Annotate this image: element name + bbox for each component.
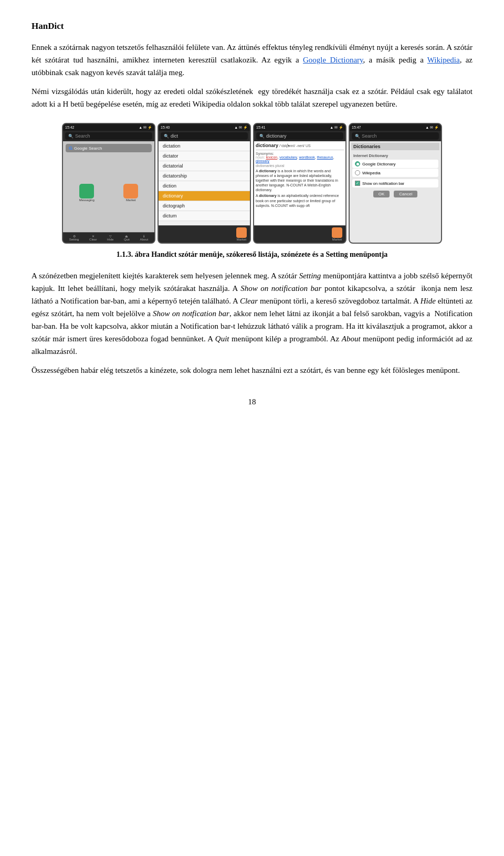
screen4-label-wikipedia: Wikipedia bbox=[362, 171, 381, 175]
screen1-search-icon: 🔍 bbox=[68, 134, 74, 139]
screen3-syn-glossary: glossary bbox=[256, 159, 269, 163]
screen2-item-dictatorial: dictatorial bbox=[159, 161, 250, 171]
screen3-market-icon: Market bbox=[332, 227, 342, 241]
screen1-icons: ▲ ✉ ⚡ bbox=[139, 126, 152, 130]
screen4-radio-wikipedia bbox=[355, 170, 360, 175]
screen4-label-notification: Show on notification bar bbox=[362, 181, 404, 186]
screen2-time: 15:40 bbox=[161, 126, 170, 129]
screen4-search-placeholder: Search bbox=[362, 133, 377, 139]
screen4-status-bar: 15:47 ▲ ✉ ⚡ bbox=[350, 124, 441, 131]
screen4-time: 15:47 bbox=[352, 126, 361, 129]
screen3-plural: dictionaries plural bbox=[256, 164, 344, 168]
screen1-content: G Google Search Messaging Market bbox=[63, 141, 154, 232]
screen3-syn-vocabulary: vocabulary bbox=[279, 155, 297, 159]
screen4-ok-button: OK bbox=[373, 191, 390, 197]
screen4-checkbox-notification: ✓ bbox=[355, 181, 360, 186]
screen3-time: 15:41 bbox=[256, 126, 266, 129]
screen4-search-bar: 🔍 Search bbox=[352, 132, 439, 140]
screen2-item-dictum: dictum bbox=[159, 211, 250, 221]
screen2-status-bar: 15:40 ▲ ✉ ⚡ bbox=[159, 124, 250, 131]
screen4-buttons: OK Cancel bbox=[351, 191, 439, 197]
screen1-btn-about: ℹAbout bbox=[140, 234, 148, 241]
paragraph-4: Összességében habár elég tetszetős a kin… bbox=[32, 364, 472, 377]
screen4-notification-option: ✓ Show on notification bar bbox=[352, 179, 438, 187]
screen1-btn-clear: ✕Clear bbox=[89, 234, 97, 241]
figure-container: 15:42 ▲ ✉ ⚡ 🔍 Search G Google Search Mes… bbox=[32, 123, 472, 244]
screen1-btn-hide: ▽Hide bbox=[107, 234, 113, 241]
screen1-search-placeholder: Search bbox=[75, 133, 90, 139]
screen-3: 15:41 ▲ ✉ ⚡ 🔍 dictionary dictionary /ˈdɪ… bbox=[253, 123, 346, 244]
screen4-section-label: Internet Dictionary bbox=[351, 152, 439, 159]
screen2-market-icon: Market bbox=[236, 227, 247, 241]
screen2-list: dictation dictator dictatorial dictators… bbox=[159, 141, 250, 225]
screen3-synonyms-label: Synonyms: noun: lexicon, vocabulary, wor… bbox=[256, 152, 344, 163]
screen2-item-diction: diction bbox=[159, 181, 250, 191]
screen-1: 15:42 ▲ ✉ ⚡ 🔍 Search G Google Search Mes… bbox=[62, 123, 155, 244]
screen1-market-icon: Market bbox=[123, 184, 138, 202]
chapter-title: HanDict bbox=[32, 21, 472, 32]
google-dictionary-link[interactable]: Google Dictionary bbox=[303, 56, 363, 64]
screen3-status-bar: 15:41 ▲ ✉ ⚡ bbox=[254, 124, 345, 131]
screen1-btn-setting: ⚙Setting bbox=[69, 234, 79, 241]
screen3-search-icon: 🔍 bbox=[259, 134, 265, 139]
screen2-search-bar: 🔍 dict bbox=[161, 132, 248, 140]
screen2-bottom-bar: Market bbox=[159, 225, 250, 243]
screen4-radio-google bbox=[355, 161, 360, 166]
screen2-item-dictatorship: dictatorship bbox=[159, 171, 250, 181]
paragraph-1: Ennek a szótárnak nagyon tetszetős felha… bbox=[32, 41, 472, 79]
screen3-def1: A dictionary is a book in which the word… bbox=[256, 169, 344, 192]
page-number: 18 bbox=[32, 398, 472, 406]
screen2-item-dictograph: dictograph bbox=[159, 201, 250, 211]
screen3-syn-lexicon: lexicon bbox=[266, 155, 277, 159]
figure-caption: 1.1.3. ábra Handict szótár menüje, szóke… bbox=[32, 249, 472, 260]
screen3-bottom-bar: Market bbox=[254, 225, 345, 243]
screen4-settings-content: Dictionaries Internet Dictionary Google … bbox=[350, 141, 441, 243]
screen2-icons: ▲ ✉ ⚡ bbox=[234, 126, 248, 130]
paragraph-3: A szónézetben megjelenített kiejtés kara… bbox=[32, 269, 472, 358]
screen1-messaging-icon: Messaging bbox=[79, 184, 94, 202]
screen3-pronunciation: /ˈdɪkʃənri/ -neri/ US bbox=[279, 144, 311, 148]
screen4-icons: ▲ ✉ ⚡ bbox=[425, 126, 439, 130]
screen1-time: 15:42 bbox=[65, 126, 75, 129]
screen3-syn-thesaurus: thesaurus bbox=[317, 155, 333, 159]
screen3-search-value: dictionary bbox=[266, 133, 287, 139]
screen4-label-google: Google Dictionary bbox=[362, 162, 396, 166]
screen1-search-bar: 🔍 Search bbox=[65, 132, 152, 140]
screen2-search-value: dict bbox=[171, 133, 178, 139]
paragraph-2: Némi vizsgálódás után kiderült, hogy az … bbox=[32, 85, 472, 110]
screen3-search-bar: 🔍 dictionary bbox=[256, 132, 343, 140]
screen3-def2: A dictionary is an alphabetically ordere… bbox=[256, 193, 344, 207]
screen2-item-dictionary: dictionary bbox=[159, 191, 250, 201]
screen2-search-icon: 🔍 bbox=[164, 134, 169, 139]
screen-4: 15:47 ▲ ✉ ⚡ 🔍 Search Dictionaries Intern… bbox=[349, 123, 442, 244]
screen1-google-search: G Google Search bbox=[66, 144, 152, 152]
screen3-syn-wordbook: wordbook bbox=[299, 155, 314, 159]
screen4-cancel-button: Cancel bbox=[394, 191, 417, 197]
screen-2: 15:40 ▲ ✉ ⚡ 🔍 dict dictation dictator di… bbox=[158, 123, 251, 244]
screen2-item-dictation: dictation bbox=[159, 141, 250, 151]
screen4-option-wikipedia: Wikipedia bbox=[352, 169, 438, 177]
screen1-app-icons: Messaging Market bbox=[65, 184, 153, 202]
screen3-definition-content: dictionary /ˈdɪkʃənri/ -neri/ US Synonym… bbox=[254, 141, 345, 225]
screen1-btn-quit: ⏏Quit bbox=[124, 234, 130, 241]
screen3-word: dictionary bbox=[256, 143, 278, 148]
screen1-bottom-bar: ⚙Setting ✕Clear ▽Hide ⏏Quit ℹAbout bbox=[63, 232, 154, 243]
screen3-icons: ▲ ✉ ⚡ bbox=[330, 126, 343, 130]
screen4-title: Dictionaries bbox=[351, 143, 439, 150]
screen1-status-bar: 15:42 ▲ ✉ ⚡ bbox=[63, 124, 154, 131]
screen2-item-dictator: dictator bbox=[159, 151, 250, 161]
wikipedia-link[interactable]: Wikipedia bbox=[427, 56, 460, 64]
screen4-search-icon: 🔍 bbox=[355, 134, 360, 139]
screen4-option-google: Google Dictionary bbox=[352, 160, 438, 168]
